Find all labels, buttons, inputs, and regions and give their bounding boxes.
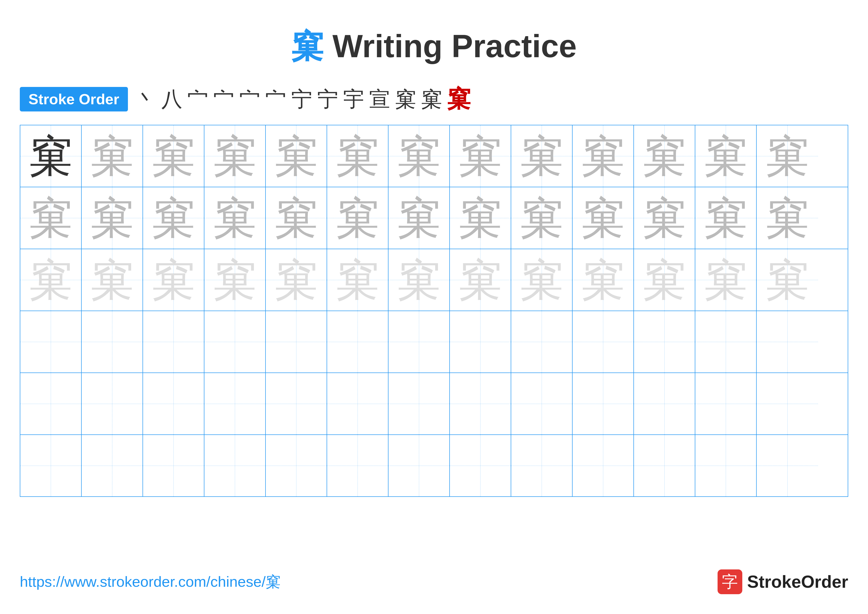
grid-cell-1-9[interactable]: 窠 (511, 125, 573, 187)
grid-cell-2-9[interactable]: 窠 (511, 187, 573, 249)
grid-cell-1-13[interactable]: 窠 (756, 125, 818, 187)
grid-cell-4-1[interactable] (20, 311, 82, 373)
grid-cell-3-2[interactable]: 窠 (82, 249, 143, 311)
grid-row-1: 窠 窠 窠 窠 窠 窠 窠 窠 窠 窠 窠 窠 窠 (20, 125, 848, 187)
grid-cell-3-3[interactable]: 窠 (143, 249, 205, 311)
grid-cell-3-11[interactable]: 窠 (634, 249, 695, 311)
grid-cell-2-5[interactable]: 窠 (266, 187, 327, 249)
stroke-char-3: 宀 (187, 85, 208, 113)
grid-cell-6-9[interactable] (511, 435, 573, 496)
stroke-char-7: 宁 (291, 85, 312, 113)
grid-cell-5-9[interactable] (511, 373, 573, 434)
stroke-char-5: 宀 (239, 85, 260, 113)
grid-cell-6-5[interactable] (266, 435, 327, 496)
grid-cell-5-6[interactable] (327, 373, 389, 434)
grid-cell-5-4[interactable] (205, 373, 266, 434)
stroke-char-13: 窠 (447, 83, 471, 115)
grid-cell-4-11[interactable] (634, 311, 695, 373)
grid-row-4 (20, 311, 848, 373)
stroke-char-4: 宀 (213, 85, 234, 113)
grid-cell-1-10[interactable]: 窠 (573, 125, 634, 187)
title-char: 窠 (291, 28, 323, 64)
grid-cell-3-7[interactable]: 窠 (389, 249, 450, 311)
grid-cell-3-6[interactable]: 窠 (327, 249, 389, 311)
grid-cell-6-13[interactable] (756, 435, 818, 496)
grid-cell-1-3[interactable]: 窠 (143, 125, 205, 187)
grid-row-2: 窠 窠 窠 窠 窠 窠 窠 窠 窠 窠 窠 窠 窠 (20, 187, 848, 249)
grid-cell-2-11[interactable]: 窠 (634, 187, 695, 249)
grid-cell-6-6[interactable] (327, 435, 389, 496)
grid-cell-2-12[interactable]: 窠 (695, 187, 756, 249)
grid-cell-4-3[interactable] (143, 311, 205, 373)
grid-cell-5-11[interactable] (634, 373, 695, 434)
footer-logo: 字 StrokeOrder (718, 569, 848, 594)
grid-cell-4-7[interactable] (389, 311, 450, 373)
grid-cell-3-1[interactable]: 窠 (20, 249, 82, 311)
footer-url[interactable]: https://www.strokeorder.com/chinese/窠 (20, 572, 281, 592)
grid-cell-6-8[interactable] (450, 435, 511, 496)
grid-cell-1-4[interactable]: 窠 (205, 125, 266, 187)
grid-cell-4-4[interactable] (205, 311, 266, 373)
grid-cell-3-10[interactable]: 窠 (573, 249, 634, 311)
grid-cell-3-12[interactable]: 窠 (695, 249, 756, 311)
grid-cell-5-2[interactable] (82, 373, 143, 434)
grid-cell-6-10[interactable] (573, 435, 634, 496)
grid-cell-2-2[interactable]: 窠 (82, 187, 143, 249)
grid-cell-5-10[interactable] (573, 373, 634, 434)
stroke-char-2: 八 (161, 85, 182, 113)
stroke-char-12: 窠 (421, 85, 442, 113)
grid-cell-6-4[interactable] (205, 435, 266, 496)
grid-cell-2-4[interactable]: 窠 (205, 187, 266, 249)
stroke-char-6: 宀 (265, 85, 286, 113)
grid-cell-1-2[interactable]: 窠 (82, 125, 143, 187)
stroke-char-10: 宣 (369, 85, 390, 113)
grid-cell-2-10[interactable]: 窠 (573, 187, 634, 249)
grid-cell-4-5[interactable] (266, 311, 327, 373)
grid-cell-3-13[interactable]: 窠 (756, 249, 818, 311)
grid-cell-4-13[interactable] (756, 311, 818, 373)
grid-cell-4-6[interactable] (327, 311, 389, 373)
grid-cell-4-10[interactable] (573, 311, 634, 373)
grid-row-3: 窠 窠 窠 窠 窠 窠 窠 窠 窠 窠 窠 窠 窠 (20, 249, 848, 311)
grid-cell-6-2[interactable] (82, 435, 143, 496)
stroke-order-badge: Stroke Order (20, 87, 128, 112)
grid-cell-1-5[interactable]: 窠 (266, 125, 327, 187)
grid-cell-5-12[interactable] (695, 373, 756, 434)
grid-row-5 (20, 373, 848, 435)
grid-row-6 (20, 435, 848, 496)
grid-cell-2-3[interactable]: 窠 (143, 187, 205, 249)
grid-cell-1-6[interactable]: 窠 (327, 125, 389, 187)
grid-cell-3-5[interactable]: 窠 (266, 249, 327, 311)
grid-cell-4-8[interactable] (450, 311, 511, 373)
grid-cell-1-11[interactable]: 窠 (634, 125, 695, 187)
grid-cell-4-2[interactable] (82, 311, 143, 373)
grid-cell-3-4[interactable]: 窠 (205, 249, 266, 311)
grid-cell-1-1[interactable]: 窠 (20, 125, 82, 187)
grid-cell-1-12[interactable]: 窠 (695, 125, 756, 187)
grid-cell-5-8[interactable] (450, 373, 511, 434)
practice-grid: 窠 窠 窠 窠 窠 窠 窠 窠 窠 窠 窠 窠 窠 窠 窠 窠 窠 窠 窠 窠 … (20, 125, 848, 497)
grid-cell-6-11[interactable] (634, 435, 695, 496)
grid-cell-2-7[interactable]: 窠 (389, 187, 450, 249)
grid-cell-5-1[interactable] (20, 373, 82, 434)
grid-cell-5-13[interactable] (756, 373, 818, 434)
grid-cell-4-12[interactable] (695, 311, 756, 373)
grid-cell-1-7[interactable]: 窠 (389, 125, 450, 187)
grid-cell-6-3[interactable] (143, 435, 205, 496)
logo-icon: 字 (718, 569, 742, 594)
grid-cell-5-3[interactable] (143, 373, 205, 434)
grid-cell-5-5[interactable] (266, 373, 327, 434)
grid-cell-2-13[interactable]: 窠 (756, 187, 818, 249)
grid-cell-5-7[interactable] (389, 373, 450, 434)
stroke-char-9: 宇 (343, 85, 364, 113)
grid-cell-3-9[interactable]: 窠 (511, 249, 573, 311)
grid-cell-2-6[interactable]: 窠 (327, 187, 389, 249)
grid-cell-2-8[interactable]: 窠 (450, 187, 511, 249)
grid-cell-2-1[interactable]: 窠 (20, 187, 82, 249)
grid-cell-6-7[interactable] (389, 435, 450, 496)
grid-cell-1-8[interactable]: 窠 (450, 125, 511, 187)
grid-cell-6-12[interactable] (695, 435, 756, 496)
grid-cell-4-9[interactable] (511, 311, 573, 373)
grid-cell-6-1[interactable] (20, 435, 82, 496)
grid-cell-3-8[interactable]: 窠 (450, 249, 511, 311)
